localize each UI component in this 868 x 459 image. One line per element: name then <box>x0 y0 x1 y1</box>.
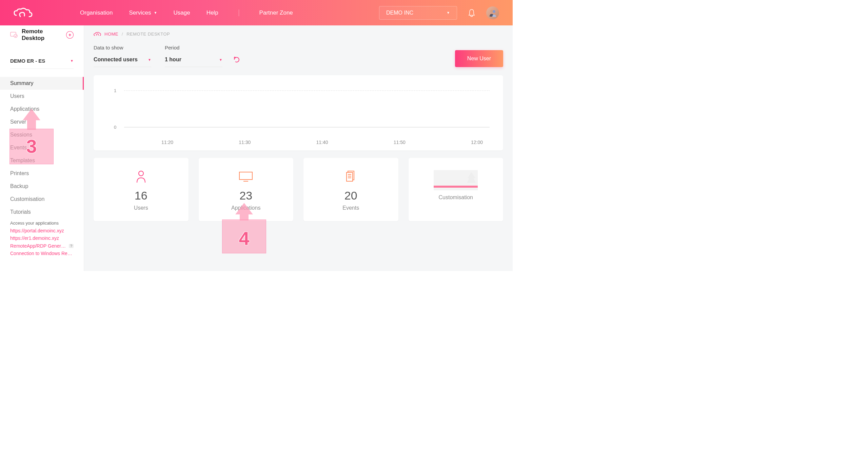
link-windows-rem[interactable]: Connection to Windows Rem… <box>10 250 74 257</box>
x-tick: 11:40 <box>316 140 328 145</box>
logo-icon <box>14 8 33 18</box>
menu-sessions[interactable]: Sessions <box>0 128 84 141</box>
data-to-show-label: Data to show <box>94 45 151 50</box>
link-er1[interactable]: https://er1.demoinc.xyz <box>10 234 74 242</box>
breadcrumb: HOME / REMOTE DESKTOP <box>94 32 503 37</box>
stat-label: Events <box>310 205 392 211</box>
menu-tutorials[interactable]: Tutorials <box>0 206 84 218</box>
svg-point-4 <box>139 171 143 176</box>
tenant-label: DEMO ER - ES <box>10 58 45 64</box>
stat-card-customisation[interactable]: Customisation <box>409 158 504 221</box>
nav-organisation[interactable]: Organisation <box>80 9 113 16</box>
chart-area: 1 0 <box>107 85 490 136</box>
data-to-show-select[interactable]: Connected users ▼ <box>94 55 151 67</box>
new-user-button[interactable]: New User <box>455 50 503 67</box>
menu-users[interactable]: Users <box>0 90 84 103</box>
org-selected-label: DEMO INC <box>386 10 413 16</box>
customisation-thumbnail <box>434 170 478 190</box>
chevron-down-icon: ▼ <box>70 59 74 63</box>
sidebar-title: Remote Desktop <box>22 28 66 42</box>
chevron-down-icon: ▼ <box>447 11 450 15</box>
top-header: Organisation Services▼ Usage Help Partne… <box>0 0 513 25</box>
sidebar: Remote Desktop + DEMO ER - ES ▼ Summary … <box>0 25 84 271</box>
menu-templates[interactable]: Templates <box>0 154 84 167</box>
link-rdp-generator[interactable]: RemoteApp/RDP Generator <box>10 242 67 250</box>
x-tick: 11:30 <box>239 140 251 145</box>
cloud-icon <box>94 32 101 37</box>
refresh-icon[interactable] <box>233 56 240 63</box>
breadcrumb-current: REMOTE DESKTOP <box>126 32 170 37</box>
x-tick: 11:20 <box>161 140 173 145</box>
stat-card-users[interactable]: 16 Users <box>94 158 189 221</box>
breadcrumb-home[interactable]: HOME <box>104 32 118 37</box>
stat-label: Customisation <box>415 194 497 201</box>
menu-backup[interactable]: Backup <box>0 180 84 193</box>
org-selector[interactable]: DEMO INC ▼ <box>379 6 457 20</box>
tenant-selector[interactable]: DEMO ER - ES ▼ <box>10 58 74 69</box>
user-avatar[interactable] <box>486 6 499 19</box>
help-icon[interactable]: ? <box>69 244 74 248</box>
stat-card-events[interactable]: 20 Events <box>303 158 398 221</box>
stat-value: 20 <box>310 189 392 202</box>
nav-help[interactable]: Help <box>206 9 218 16</box>
stat-label: Users <box>100 205 182 211</box>
chart-card: 1 0 11:20 11:30 11:40 11:50 12:00 <box>94 75 503 150</box>
nav-usage[interactable]: Usage <box>173 9 190 16</box>
nav-services[interactable]: Services▼ <box>129 9 157 16</box>
menu-customisation[interactable]: Customisation <box>0 193 84 206</box>
sidebar-links: Access your applications https://portal.… <box>0 218 84 260</box>
x-tick: 12:00 <box>471 140 483 145</box>
remote-desktop-icon <box>10 32 18 38</box>
gridline <box>124 90 490 91</box>
y-tick-1: 1 <box>114 88 116 93</box>
breadcrumb-separator: / <box>122 32 123 37</box>
menu-server[interactable]: Server <box>0 116 84 128</box>
filter-controls: Data to show Connected users ▼ Period 1 … <box>94 45 503 67</box>
chevron-down-icon: ▼ <box>219 58 222 62</box>
stat-card-applications[interactable]: 23 Applications <box>199 158 294 221</box>
period-label: Period <box>165 45 222 50</box>
link-portal[interactable]: https://portal.demoinc.xyz <box>10 227 74 234</box>
person-icon <box>100 170 182 183</box>
x-axis <box>124 127 490 127</box>
notifications-icon[interactable] <box>468 9 475 17</box>
monitor-icon <box>205 170 287 183</box>
stats-row: 16 Users 23 Applications 20 Events Custo… <box>94 158 503 221</box>
chevron-down-icon: ▼ <box>154 11 157 15</box>
y-tick-0: 0 <box>114 125 116 130</box>
stat-value: 23 <box>205 189 287 202</box>
x-tick: 11:50 <box>394 140 406 145</box>
stat-value: 16 <box>100 189 182 202</box>
menu-applications[interactable]: Applications <box>0 103 84 116</box>
svg-rect-5 <box>239 172 252 180</box>
document-icon <box>310 170 392 183</box>
svg-point-0 <box>490 10 493 13</box>
nav-separator <box>239 9 239 16</box>
menu-printers[interactable]: Printers <box>0 167 84 180</box>
main-content: HOME / REMOTE DESKTOP Data to show Conne… <box>84 25 513 271</box>
add-button[interactable]: + <box>66 31 74 39</box>
period-select[interactable]: 1 hour ▼ <box>165 55 222 67</box>
links-header: Access your applications <box>10 221 74 226</box>
sidebar-title-row: Remote Desktop + <box>10 28 74 42</box>
sidebar-menu: Summary Users Applications Server Sessio… <box>0 77 84 271</box>
nav-partner-zone[interactable]: Partner Zone <box>259 9 293 16</box>
stat-label: Applications <box>205 205 287 211</box>
svg-point-3 <box>14 34 17 38</box>
menu-events[interactable]: Events <box>0 141 84 154</box>
menu-summary[interactable]: Summary <box>0 77 84 90</box>
x-axis-labels: 11:20 11:30 11:40 11:50 12:00 <box>161 140 483 145</box>
chevron-down-icon: ▼ <box>148 58 151 62</box>
svg-point-1 <box>493 10 495 13</box>
top-nav: Organisation Services▼ Usage Help Partne… <box>80 9 293 16</box>
